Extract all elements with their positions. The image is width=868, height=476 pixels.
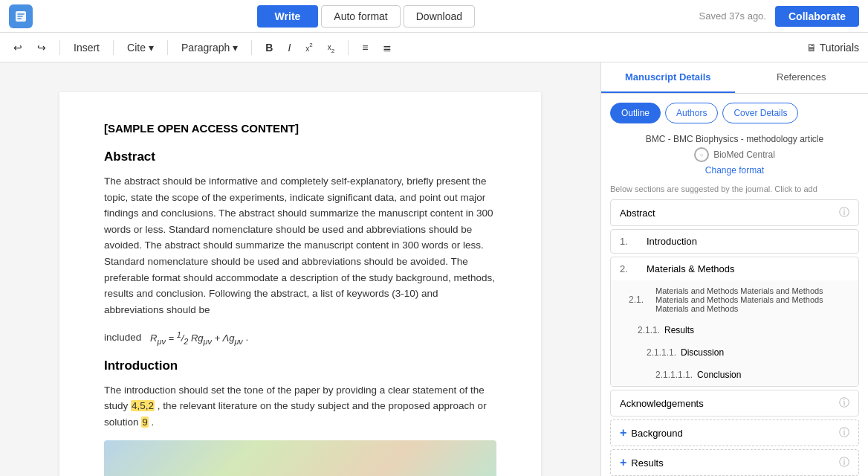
document-area[interactable]: [SAMPLE OPEN ACCESS CONTENT] Abstract Th… <box>0 62 600 476</box>
results2-label: Results <box>631 457 839 469</box>
intro-body: The introduction should set the tone of … <box>104 382 496 431</box>
period: . <box>245 332 248 344</box>
materials-num: 2. <box>620 263 642 274</box>
app-logo <box>9 4 33 28</box>
background-plus-icon: + <box>620 426 626 440</box>
subtab-cover[interactable]: Cover Details <box>722 103 798 123</box>
document-content: [SAMPLE OPEN ACCESS CONTENT] Abstract Th… <box>59 92 541 476</box>
toolbar-right: 🖥 Tutorials <box>806 42 859 54</box>
toolbar-separator3 <box>167 40 168 55</box>
intro-heading: Introduction <box>104 358 496 373</box>
tutorials-label: Tutorials <box>820 42 859 54</box>
document-title: [SAMPLE OPEN ACCESS CONTENT] <box>104 122 496 135</box>
outline-results2[interactable]: + Results ⓘ <box>610 449 859 476</box>
discussion-label: Discussion <box>681 347 849 358</box>
background-info-icon[interactable]: ⓘ <box>839 426 849 440</box>
cite-arrow: ▾ <box>149 42 154 54</box>
acknowledgements-label: Acknowledgements <box>620 398 704 409</box>
cite-dropdown[interactable]: Cite ▾ <box>123 40 158 55</box>
outline-abstract[interactable]: Abstract ⓘ <box>610 199 859 226</box>
editor-toolbar: ↩ ↪ Insert Cite ▾ Paragraph ▾ B I x2 x2 … <box>0 33 868 62</box>
journal-info: BMC - BMC Biophysics - methodology artic… <box>610 134 859 144</box>
biomed-logo-circle: ○ <box>694 147 709 162</box>
intro-row-label: Introduction <box>647 236 849 247</box>
redo-button[interactable]: ↪ <box>33 40 51 55</box>
paragraph-dropdown[interactable]: Paragraph ▾ <box>177 40 242 55</box>
outline-materials-row[interactable]: 2. Materials & Methods <box>611 257 858 280</box>
outline-abstract-label: Abstract <box>620 208 655 219</box>
right-panel: Manuscript Details References Outline Au… <box>600 62 868 476</box>
intro-num: 1. <box>620 236 642 247</box>
nav-right: Saved 37s ago. Collaborate <box>699 6 859 27</box>
tab-references[interactable]: References <box>735 62 869 93</box>
italic-button[interactable]: I <box>283 40 295 55</box>
outline-acknowledgements[interactable]: Acknowledgements ⓘ <box>610 390 859 416</box>
toolbar-separator2 <box>113 40 114 55</box>
paragraph-arrow: ▾ <box>233 42 238 54</box>
intro-text2: , the relevant literature on the study s… <box>104 400 487 428</box>
tutorials-button[interactable]: 🖥 Tutorials <box>806 42 859 54</box>
abstract-body: The abstract should be informative and c… <box>104 173 496 318</box>
toolbar-separator4 <box>251 40 252 55</box>
nav-left <box>9 4 33 28</box>
intro-citation: 4,5,2 <box>131 400 155 411</box>
materials-label: Materials & Methods <box>647 263 849 274</box>
tutorials-icon: 🖥 <box>806 42 817 54</box>
cite-label: Cite <box>127 42 146 54</box>
intro-citation2: 9 <box>141 416 149 428</box>
results2-plus-icon: + <box>620 456 626 469</box>
results-num: 2.1.1. <box>638 325 660 335</box>
abstract-heading: Abstract <box>104 149 496 164</box>
download-button[interactable]: Download <box>404 5 475 28</box>
subtab-authors[interactable]: Authors <box>665 103 718 123</box>
superscript-button[interactable]: x2 <box>301 40 317 55</box>
abstract-body2: included Rμν = 1/2 Rgμν + Λgμν . <box>104 328 496 347</box>
discussion-num: 2.1.1.1. <box>647 347 676 358</box>
mode-buttons: Write Auto format Download <box>257 5 475 28</box>
subtab-outline[interactable]: Outline <box>610 103 661 123</box>
bold-button[interactable]: B <box>261 40 277 55</box>
results-label: Results <box>664 325 849 335</box>
image-thumbnail <box>104 440 496 476</box>
sub-tabs: Outline Authors Cover Details <box>610 103 859 123</box>
insert-dropdown[interactable]: Insert <box>69 40 104 55</box>
outline-background[interactable]: + Background ⓘ <box>610 419 859 446</box>
list-button[interactable]: ≡ <box>357 40 372 55</box>
toolbar-separator5 <box>348 40 349 55</box>
insert-label: Insert <box>74 42 100 54</box>
panel-tabs: Manuscript Details References <box>601 62 868 94</box>
materials-sub-num: 2.1. <box>629 295 651 305</box>
outline-discussion[interactable]: 2.1.1.1. Discussion <box>611 341 858 364</box>
undo-button[interactable]: ↩ <box>9 40 27 55</box>
top-nav: Write Auto format Download Saved 37s ago… <box>0 0 868 33</box>
autoformat-button[interactable]: Auto format <box>321 5 400 28</box>
write-button[interactable]: Write <box>257 5 319 28</box>
conclusion-label: Conclusion <box>697 370 849 380</box>
toolbar-separator <box>59 40 60 55</box>
tab-manuscript[interactable]: Manuscript Details <box>601 62 735 93</box>
panel-content: Outline Authors Cover Details BMC - BMC … <box>601 94 868 476</box>
abstract-text: The abstract should be informative and c… <box>104 176 495 315</box>
results2-info-icon[interactable]: ⓘ <box>839 456 849 469</box>
outline-materials: 2. Materials & Methods 2.1. Materials an… <box>610 257 859 387</box>
math-formula: Rμν = 1/2 Rgμν + Λgμν <box>150 332 245 344</box>
main-layout: [SAMPLE OPEN ACCESS CONTENT] Abstract Th… <box>0 62 868 476</box>
change-format-link[interactable]: Change format <box>610 165 859 176</box>
intro-text3: . <box>152 416 155 428</box>
acknowledgements-info-icon[interactable]: ⓘ <box>839 396 849 410</box>
collaborate-button[interactable]: Collaborate <box>775 6 859 27</box>
abstract-info-icon[interactable]: ⓘ <box>839 206 849 219</box>
paragraph-label: Paragraph <box>181 42 230 54</box>
abstract-included: included <box>104 332 141 344</box>
outline-intro-row[interactable]: 1. Introduction <box>611 230 858 253</box>
outline-conclusion[interactable]: 2.1.1.1.1. Conclusion <box>611 364 858 386</box>
conclusion-num: 2.1.1.1.1. <box>655 370 693 380</box>
outline-results[interactable]: 2.1.1. Results <box>611 319 858 341</box>
suggested-label: Below sections are suggested by the jour… <box>610 184 859 193</box>
outline-materials-sub[interactable]: 2.1. Materials and Methods Materials and… <box>611 280 858 319</box>
biomed-row: ○ BioMed Central <box>610 147 859 162</box>
subscript-button[interactable]: x2 <box>323 39 339 56</box>
materials-sub-label: Materials and Methods Materials and Meth… <box>655 286 849 313</box>
background-label: Background <box>631 428 839 439</box>
numbered-list-button[interactable]: ≣ <box>378 40 396 55</box>
